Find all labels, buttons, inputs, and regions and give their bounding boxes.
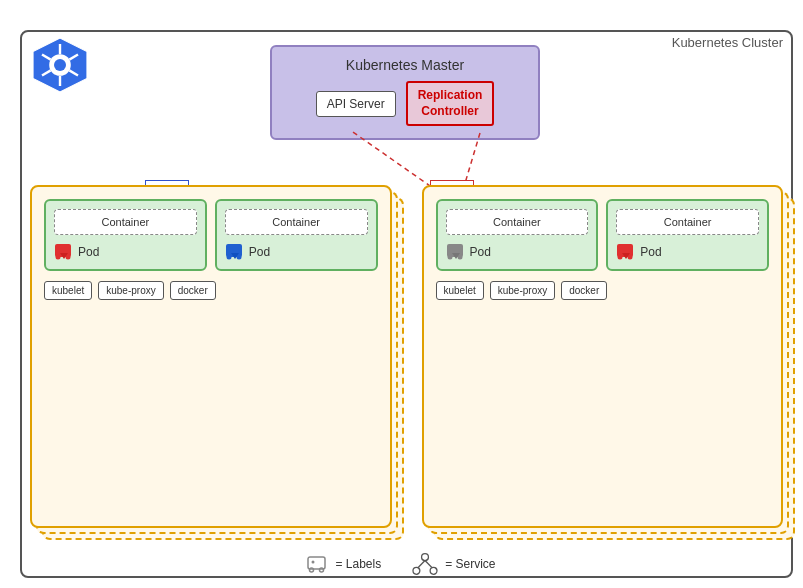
legend-service: = Service (411, 552, 495, 576)
container-label-left-2: Container (225, 209, 368, 235)
container-label-left-1: Container (54, 209, 197, 235)
pod-box-right-2: Container Pod (606, 199, 769, 271)
node-footer-left: kubelet kube-proxy docker (44, 281, 378, 300)
pod-label-left-1: Pod (78, 245, 99, 259)
pod-label-left-2: Pod (249, 245, 270, 259)
pod-label-row-left-1: Pod (54, 243, 197, 261)
k8s-logo (30, 35, 90, 95)
legend-tag-icon (307, 555, 329, 573)
legend-labels: = Labels (307, 555, 381, 573)
legend-service-text: = Service (445, 557, 495, 571)
master-title: Kubernetes Master (287, 57, 523, 73)
svg-point-26 (56, 255, 61, 260)
pods-row-right: Container Pod (436, 199, 770, 271)
svg-point-34 (447, 255, 452, 260)
legend-service-icon (411, 552, 439, 576)
node-stack-1-left: Container Pod (30, 185, 392, 528)
master-box: Kubernetes Master API Server Replication… (270, 45, 540, 140)
svg-point-47 (430, 567, 437, 574)
node-footer-right: kubelet kube-proxy docker (436, 281, 770, 300)
svg-line-49 (425, 561, 432, 568)
cluster-label: Kubernetes Cluster (672, 35, 783, 50)
svg-point-45 (422, 554, 429, 561)
svg-rect-41 (308, 557, 325, 569)
node-comp-kubeproxy-right: kube-proxy (490, 281, 555, 300)
replication-controller-box: ReplicationController (406, 81, 495, 126)
node-comp-kubelet-right: kubelet (436, 281, 484, 300)
pods-row-left: Container Pod (44, 199, 378, 271)
svg-point-38 (618, 255, 623, 260)
container-label-right-1: Container (446, 209, 589, 235)
pod-label-row-left-2: Pod (225, 243, 368, 261)
node-comp-kubelet-left: kubelet (44, 281, 92, 300)
legend-labels-text: = Labels (335, 557, 381, 571)
pod-tag-icon-gray (446, 243, 466, 261)
pod-tag-icon-blue (225, 243, 245, 261)
legend: = Labels = Service (0, 552, 803, 576)
svg-line-48 (418, 561, 425, 568)
svg-point-2 (54, 59, 66, 71)
pod-box-left-1: Container Pod (44, 199, 207, 271)
api-server-box: API Server (316, 91, 396, 117)
nodes-area: Container Pod (30, 185, 783, 528)
node-group-left: Container Pod (30, 185, 392, 528)
pod-box-left-2: Container Pod (215, 199, 378, 271)
container-label-right-2: Container (616, 209, 759, 235)
master-components: API Server ReplicationController (287, 81, 523, 126)
svg-point-43 (320, 568, 324, 572)
pod-tag-icon-red (54, 243, 74, 261)
svg-point-42 (310, 568, 314, 572)
pod-tag-icon-red2 (616, 243, 636, 261)
node-group-right: Container Pod (422, 185, 784, 528)
pod-label-right-1: Pod (470, 245, 491, 259)
svg-point-30 (226, 255, 231, 260)
svg-point-46 (413, 567, 420, 574)
node-stack-1-right: Container Pod (422, 185, 784, 528)
pod-label-right-2: Pod (640, 245, 661, 259)
pod-label-row-right-1: Pod (446, 243, 589, 261)
main-container: Kubernetes Cluster Kubernetes Master API… (0, 0, 803, 588)
pod-box-right-1: Container Pod (436, 199, 599, 271)
node-comp-docker-right: docker (561, 281, 607, 300)
pod-label-row-right-2: Pod (616, 243, 759, 261)
svg-point-44 (312, 561, 315, 564)
node-comp-kubeproxy-left: kube-proxy (98, 281, 163, 300)
node-comp-docker-left: docker (170, 281, 216, 300)
